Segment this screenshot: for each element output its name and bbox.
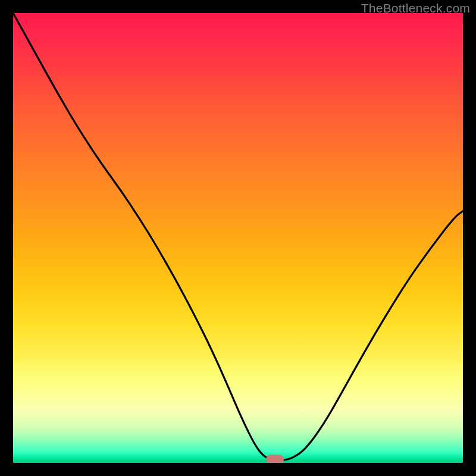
chart-frame: TheBottleneck.com bbox=[0, 0, 476, 476]
optimum-marker bbox=[266, 455, 284, 463]
watermark-text: TheBottleneck.com bbox=[361, 1, 470, 15]
plot-area bbox=[13, 13, 463, 463]
bottleneck-curve bbox=[13, 13, 463, 463]
